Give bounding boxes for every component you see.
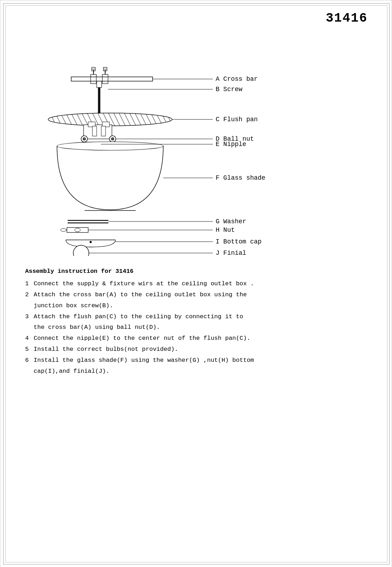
svg-rect-1 — [91, 74, 96, 84]
step-text-1: Connect the supply & fixture wirs at the… — [34, 279, 360, 289]
step-num-1: 1 — [25, 279, 34, 289]
step-1: 1 Connect the supply & fixture wirs at t… — [25, 279, 360, 289]
step-2-cont: junction box screw(B). — [34, 301, 360, 311]
step-text-6: Install the glass shade(F) using the was… — [34, 355, 360, 366]
assembly-instructions: Assembly instruction for 31416 1 Connect… — [25, 266, 360, 377]
step-num-2: 2 — [25, 290, 34, 300]
svg-rect-40 — [101, 126, 106, 136]
svg-text:C  Flush pan: C Flush pan — [216, 116, 258, 123]
svg-text:H  Nut: H Nut — [216, 226, 235, 234]
svg-text:G  Washer: G Washer — [216, 218, 246, 225]
step-text-4: Connect the nipple(E) to the center nut … — [34, 333, 360, 344]
parts-diagram: A Cross bar B Screw C Flush pan D Ball n… — [25, 36, 280, 256]
svg-point-45 — [57, 142, 163, 150]
instructions-title: Assembly instruction for 31416 — [25, 266, 360, 277]
step-4: 4 Connect the nipple(E) to the center nu… — [25, 333, 360, 344]
svg-rect-0 — [71, 77, 153, 81]
step-text-3: Attach the flush pan(C) to the ceiling b… — [34, 312, 360, 322]
svg-text:F  Glass shade: F Glass shade — [216, 174, 265, 181]
svg-point-52 — [61, 229, 66, 231]
step-text-2: Attach the cross bar(A) to the ceiling o… — [34, 290, 360, 300]
page: 31416 — [0, 0, 392, 567]
svg-text:A  Cross bar: A Cross bar — [216, 75, 258, 83]
step-6: 6 Install the glass shade(F) using the w… — [25, 355, 360, 366]
svg-point-54 — [90, 241, 92, 243]
step-num-4: 4 — [25, 333, 34, 344]
step-text-5: Install the correct bulbs(not provided). — [34, 344, 360, 355]
svg-point-42 — [83, 137, 86, 140]
step-3: 3 Attach the flush pan(C) to the ceiling… — [25, 312, 360, 322]
svg-rect-2 — [102, 74, 108, 84]
svg-point-44 — [111, 137, 114, 140]
svg-text:E  Nipple: E Nipple — [216, 141, 246, 148]
svg-text:J  Finial: J Finial — [216, 249, 246, 256]
svg-text:B  Screw: B Screw — [216, 86, 243, 93]
step-num-6: 6 — [25, 355, 34, 366]
svg-rect-9 — [97, 81, 102, 88]
step-num-5: 5 — [25, 344, 34, 355]
step-2: 2 Attach the cross bar(A) to the ceiling… — [25, 290, 360, 300]
svg-text:I  Bottom cap: I Bottom cap — [216, 238, 262, 245]
diagram-area: A Cross bar B Screw C Flush pan D Ball n… — [25, 36, 368, 256]
step-num-3: 3 — [25, 312, 34, 322]
svg-rect-39 — [92, 126, 97, 136]
document-number: 31416 — [11, 11, 368, 26]
step-6-cont: cap(I),and finial(J). — [34, 366, 360, 377]
step-5: 5 Install the correct bulbs(not provided… — [25, 344, 360, 355]
step-3-cont: the cross bar(A) using ball nut(D). — [34, 322, 360, 333]
